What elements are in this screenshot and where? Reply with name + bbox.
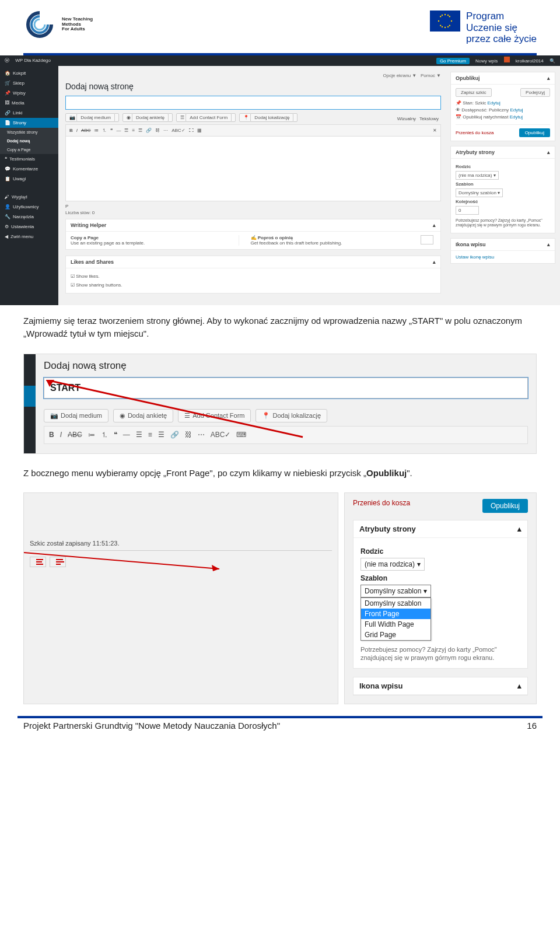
szablon-option-grid[interactable]: Grid Page <box>361 630 430 640</box>
fullscreen-button[interactable]: ⛶ <box>189 128 194 133</box>
menu-linki[interactable]: 🔗Linki <box>0 108 58 118</box>
toggle-icon[interactable]: ▴ <box>433 222 436 228</box>
szablon-select[interactable]: Domyślny szablon ▾ <box>456 188 503 197</box>
menu-komentarze[interactable]: 💬Komentarze <box>0 164 58 174</box>
thumb-2[interactable] <box>50 557 66 567</box>
add-contact-form-button-2[interactable]: ☰Add Contact Form <box>178 409 251 422</box>
menu-uwagi[interactable]: 📋Uwagi <box>0 174 58 184</box>
trash-link[interactable]: Przenieś do kosza <box>456 130 494 135</box>
menu-sklep[interactable]: 🛒Sklep <box>0 78 58 88</box>
add-media-button-2[interactable]: 📷Dodaj medium <box>44 409 108 422</box>
publish-button[interactable]: Opublikuj <box>519 128 550 137</box>
spell-button[interactable]: ABC✓ <box>211 431 231 439</box>
title-input-filled[interactable]: START <box>44 378 528 399</box>
menu-strony[interactable]: 📄Strony <box>0 118 58 128</box>
kolejnosc-input[interactable]: 0 <box>456 206 479 215</box>
szablon-option-full-width[interactable]: Full Width Page <box>361 619 430 630</box>
menu-testimonials[interactable]: ❝Testimonials <box>0 154 58 164</box>
ol-button[interactable]: ⒈ <box>102 127 107 134</box>
visual-tab[interactable]: Wizualny <box>397 116 416 121</box>
szablon-select-2[interactable]: Domyślny szablon ▾ <box>360 585 431 597</box>
toggle-icon[interactable]: ▴ <box>547 242 550 247</box>
bold-button[interactable]: B <box>69 128 73 133</box>
strike-button[interactable]: ABC <box>81 128 90 133</box>
go-premium-button[interactable]: Go Premium <box>436 58 470 64</box>
add-location-button[interactable]: 📍 Dodaj lokalizację <box>239 113 298 122</box>
copy-page-option[interactable]: Copy a Page Use an existing page as a te… <box>71 235 227 246</box>
menu-wyglad[interactable]: 🖌Wygląd <box>0 192 58 202</box>
menu-ustawienia[interactable]: ⚙Ustawienia <box>0 222 58 232</box>
search-icon[interactable]: 🔍 <box>550 58 555 64</box>
trash-link-2[interactable]: Przenieś do kosza <box>353 499 410 513</box>
italic-button[interactable]: I <box>76 128 78 133</box>
publish-button-2[interactable]: Opublikuj <box>482 499 528 513</box>
align-center-button[interactable]: ≡ <box>132 128 135 133</box>
ol-button[interactable]: ⒈ <box>101 430 108 440</box>
request-feedback-option[interactable]: ✍ Poproś o opinię Get feedback on this d… <box>251 235 407 246</box>
toggle-icon[interactable]: ▴ <box>517 682 522 690</box>
content-editor[interactable] <box>65 137 441 201</box>
quote-button[interactable]: ❝ <box>114 431 117 439</box>
keyboard-button[interactable]: ⌨ <box>236 431 246 439</box>
toggle-icon[interactable]: ▴ <box>547 75 550 81</box>
show-likes-checkbox[interactable]: ☑ Show likes. <box>71 272 436 281</box>
menu-zwin[interactable]: ◀Zwiń menu <box>0 232 58 242</box>
visibility-edit-link[interactable]: Edytuj <box>510 107 523 113</box>
status-edit-link[interactable]: Edytuj <box>487 100 500 106</box>
unlink-button[interactable]: ⛓ <box>185 431 192 439</box>
unlink-button[interactable]: ⛓ <box>155 128 160 133</box>
menu-narzedzia[interactable]: 🔧Narzędzia <box>0 212 58 222</box>
align-right-button[interactable]: ☰ <box>158 431 164 439</box>
menu-kokpit[interactable]: 🏠Kokpit <box>0 68 58 78</box>
strike-button[interactable]: ABC <box>68 431 82 439</box>
user-name[interactable]: krolkarol2014 <box>516 58 544 64</box>
ul-button[interactable]: ≔ <box>88 431 95 439</box>
menu-media[interactable]: 🖼Media <box>0 98 58 108</box>
align-center-button[interactable]: ≡ <box>148 431 152 439</box>
new-post-link[interactable]: Nowy wpis <box>475 58 498 64</box>
title-input[interactable] <box>65 96 441 110</box>
toggle-icon[interactable]: ▴ <box>517 525 522 533</box>
thumb-1[interactable] <box>30 557 46 567</box>
save-draft-button[interactable]: Zapisz szkic <box>456 88 492 97</box>
preview-button[interactable]: Podejrzyj <box>520 88 550 97</box>
link-button[interactable]: 🔗 <box>170 431 179 439</box>
show-sharing-checkbox[interactable]: ☑ Show sharing buttons. <box>71 281 436 289</box>
spell-button[interactable]: ABC✓ <box>172 128 185 133</box>
screen-options-tab[interactable]: Opcje ekranu <box>383 73 411 78</box>
menu-copy-page[interactable]: Copy a Page <box>0 145 58 154</box>
menu-wpisy[interactable]: 📌Wpisy <box>0 88 58 98</box>
help-tab[interactable]: Pomoc <box>421 73 435 78</box>
menu-uzytkownicy[interactable]: 👤Użytkownicy <box>0 202 58 212</box>
more-button[interactable]: ⋯ <box>163 128 168 133</box>
add-contact-form-button[interactable]: ☰ Add Contact Form <box>176 113 236 122</box>
align-left-button[interactable]: ☰ <box>136 431 142 439</box>
rodzic-select[interactable]: (nie ma rodzica) ▾ <box>456 171 499 180</box>
ul-button[interactable]: ≔ <box>94 128 99 133</box>
hr-button[interactable]: — <box>123 431 130 439</box>
toolbar-toggle-button[interactable]: ▦ <box>197 128 202 133</box>
add-media-button[interactable]: 📷 Dodaj medium <box>65 113 119 122</box>
quote-button[interactable]: ❝ <box>110 128 113 133</box>
hr-button[interactable]: — <box>116 128 121 133</box>
add-poll-button[interactable]: ◉ Dodaj ankietę <box>123 113 173 122</box>
more-button[interactable]: ⋯ <box>198 431 205 439</box>
toggle-icon[interactable]: ▴ <box>547 149 550 155</box>
menu-wszystkie-strony[interactable]: Wszystkie strony <box>0 128 58 137</box>
link-button[interactable]: 🔗 <box>146 128 152 133</box>
szablon-option-front-page[interactable]: Front Page <box>361 609 430 619</box>
szablon-option-default[interactable]: Domyślny szablon <box>361 598 430 609</box>
align-left-button[interactable]: ☰ <box>124 128 128 133</box>
site-name[interactable]: WP Dla Każdego <box>15 58 51 63</box>
align-right-button[interactable]: ☰ <box>138 128 142 133</box>
toggle-icon[interactable]: ▴ <box>433 259 436 265</box>
set-featured-image-link[interactable]: Ustaw ikonę wpisu <box>456 254 494 260</box>
rodzic-select-2[interactable]: (nie ma rodzica) ▾ <box>360 558 425 571</box>
close-editor-icon[interactable]: ✕ <box>433 128 437 133</box>
wp-logo-icon[interactable]: ⓦ <box>5 58 9 63</box>
menu-dodaj-nowa[interactable]: Dodaj nową <box>0 137 58 145</box>
text-tab[interactable]: Tekstowy <box>419 116 439 121</box>
schedule-edit-link[interactable]: Edytuj <box>510 114 523 120</box>
add-location-button-2[interactable]: 📍Dodaj lokalizację <box>256 409 327 422</box>
italic-button[interactable]: I <box>60 431 62 439</box>
